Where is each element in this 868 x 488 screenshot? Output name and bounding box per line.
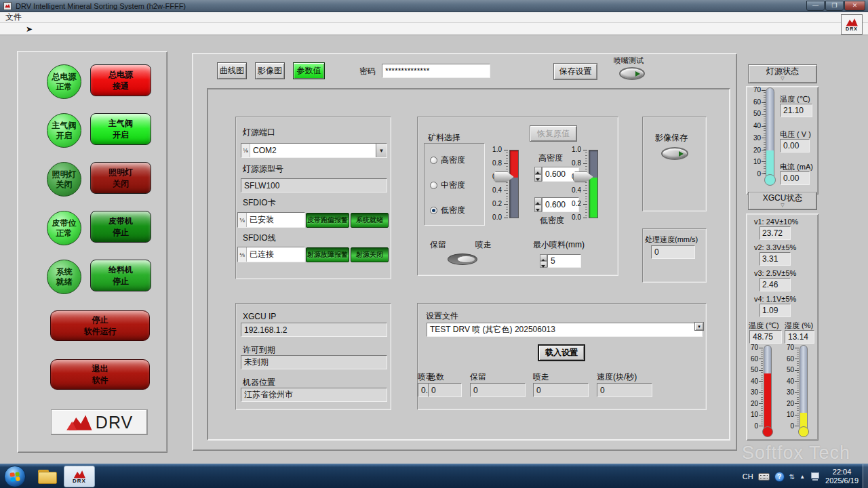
io-refnum-icon: ⅛ bbox=[238, 213, 247, 227]
light-thermometer bbox=[766, 87, 774, 177]
voltage-label: v2: 3.3V±5% bbox=[754, 243, 796, 251]
exit-software-button[interactable]: 退出 软件 bbox=[50, 359, 150, 390]
min-spray-spinner[interactable] bbox=[540, 254, 547, 268]
sfdio-line-label: SFDIO线 bbox=[243, 232, 276, 244]
tab-curve[interactable]: 曲线图 bbox=[217, 62, 247, 79]
high-density-spinner[interactable] bbox=[534, 167, 542, 182]
density-radio-group: 高密度 中密度 低密度 bbox=[424, 143, 485, 226]
high-density-label: 高密度 bbox=[538, 152, 563, 164]
menu-file[interactable]: 文件 bbox=[0, 12, 27, 23]
sfdio-card-field[interactable]: ⅛ 已安装 bbox=[237, 212, 305, 228]
network-box: XGCU IP 192.168.1.2 许可到期 未到期 机器位置 江苏省徐州市 bbox=[235, 303, 391, 410]
drv-logo-text: DRV bbox=[96, 413, 133, 432]
tick-label: 0 bbox=[782, 423, 794, 430]
radio-icon[interactable] bbox=[430, 207, 437, 214]
sfdio-line-field[interactable]: ⅛ 已连接 bbox=[237, 247, 305, 262]
gas-valve-button[interactable]: 主气阀 开启 bbox=[90, 113, 151, 145]
tick-label: 70 bbox=[746, 344, 758, 351]
ip-field[interactable]: 192.168.1.2 bbox=[241, 323, 387, 337]
belt-button[interactable]: 皮带机 停止 bbox=[90, 211, 151, 243]
system-ready-button[interactable]: 系统就绪 bbox=[351, 213, 389, 228]
min-spray-input[interactable]: 5 bbox=[547, 254, 581, 268]
source-off-button[interactable]: 射源关闭 bbox=[351, 247, 389, 262]
voltage-value: 23.72 bbox=[760, 226, 791, 240]
image-save-toggle[interactable] bbox=[661, 147, 688, 160]
system-tray: CH ? ⇅ ▲ 22:04 2025/6/19 bbox=[743, 464, 859, 488]
save-settings-button[interactable]: 保存设置 bbox=[553, 63, 597, 80]
low-density-spinner[interactable] bbox=[534, 197, 542, 212]
stat-value: 0 bbox=[428, 383, 462, 397]
explorer-taskbar-button[interactable] bbox=[35, 466, 60, 487]
stat-label: 保留 bbox=[470, 371, 486, 383]
radio-low-density[interactable]: 低密度 bbox=[430, 205, 465, 216]
start-button[interactable] bbox=[4, 466, 26, 487]
settings-file-label: 设置文件 bbox=[426, 310, 458, 322]
radio-high-density[interactable]: 高密度 bbox=[430, 155, 465, 166]
xgcu-status-header[interactable]: XGCU状态 ▽ bbox=[748, 192, 817, 210]
stop-software-button[interactable]: 停止 软件运行 bbox=[50, 310, 150, 341]
radio-icon[interactable] bbox=[430, 182, 437, 189]
nozzle-test-toggle[interactable] bbox=[619, 67, 645, 80]
voltage-item: v1: 24V±10% 23.72 bbox=[746, 218, 818, 241]
tab-image[interactable]: 影像图 bbox=[255, 62, 285, 79]
clock[interactable]: 22:04 2025/6/19 bbox=[825, 468, 859, 485]
tick-label: 20 bbox=[782, 401, 794, 407]
tick-label: 0.8 bbox=[566, 160, 581, 167]
io-refnum-icon: ⅛ bbox=[241, 144, 250, 157]
tick-label: 60 bbox=[747, 99, 761, 106]
drv-app-taskbar-button[interactable]: DRX bbox=[64, 466, 95, 487]
port-combo[interactable]: ⅛ COM2 ▼ bbox=[241, 143, 387, 158]
chevron-down-icon[interactable]: ▼ bbox=[376, 144, 387, 157]
settings-file-input[interactable]: TEST DRV 喷 (其它色) 202506013 bbox=[427, 323, 703, 337]
tick-label: 30 bbox=[782, 389, 794, 396]
tick-label: 50 bbox=[782, 367, 794, 373]
feeder-button[interactable]: 给料机 停止 bbox=[90, 260, 151, 291]
stat-label: 总数 bbox=[428, 371, 444, 383]
sync-tray-icon[interactable]: ⇅ bbox=[789, 473, 795, 481]
xgcu-temp-fill bbox=[764, 373, 771, 428]
show-desktop-button[interactable] bbox=[863, 464, 868, 488]
high-density-slider[interactable] bbox=[509, 150, 519, 218]
minimize-button[interactable]: — bbox=[806, 1, 825, 11]
close-button[interactable]: ✕ bbox=[844, 1, 865, 11]
tray-expand-icon[interactable]: ▲ bbox=[800, 474, 805, 480]
windows-logo-icon bbox=[9, 472, 20, 481]
keep-eject-toggle[interactable] bbox=[448, 253, 477, 265]
belt-deviation-alarm-button[interactable]: 皮带跑偏报警 bbox=[306, 213, 349, 228]
led-system-ready: 系统 就绪 bbox=[47, 260, 81, 294]
model-field[interactable]: SFLW100 bbox=[241, 178, 387, 192]
network-icon[interactable] bbox=[810, 472, 821, 481]
tick-label: 60 bbox=[782, 356, 794, 363]
keyboard-icon[interactable] bbox=[758, 473, 770, 481]
run-icon[interactable]: ➤ bbox=[26, 24, 33, 34]
light-status-header[interactable]: 灯源状态 ▽ bbox=[748, 64, 817, 83]
stats-row: 喷率 0.00% 总数 0 保留 0 bbox=[418, 371, 707, 404]
tick-label: 0.8 bbox=[487, 160, 502, 167]
main-power-button[interactable]: 总电源 接通 bbox=[90, 64, 151, 96]
tick-label: 0 bbox=[746, 423, 758, 430]
load-settings-button[interactable]: 载入设置 bbox=[538, 344, 585, 361]
source-fault-alarm-button[interactable]: 射源故障报警 bbox=[306, 247, 349, 262]
lighting-button[interactable]: 照明灯 关闭 bbox=[90, 162, 151, 194]
radio-icon[interactable] bbox=[430, 157, 437, 164]
language-indicator[interactable]: CH bbox=[743, 472, 753, 481]
restore-default-button[interactable]: 恢复原值 bbox=[530, 125, 577, 142]
xgcu-hum-bulb bbox=[798, 426, 809, 437]
light-thermometer-bulb bbox=[764, 174, 776, 186]
radio-mid-density[interactable]: 中密度 bbox=[430, 180, 465, 191]
xgcu-voltage-list: v1: 24V±10% 23.72 v2: 3.3V±5% 3.31 v3: 2… bbox=[746, 218, 818, 318]
location-field: 江苏省徐州市 bbox=[241, 388, 387, 402]
tab-parameters[interactable]: 参数值 bbox=[293, 62, 325, 79]
low-density-slider[interactable] bbox=[589, 150, 598, 218]
tick-label: 40 bbox=[746, 378, 758, 385]
voltage-value: 1.09 bbox=[760, 304, 791, 317]
voltage-label: v1: 24V±10% bbox=[754, 218, 798, 226]
radio-label: 低密度 bbox=[441, 205, 465, 216]
help-tray-icon[interactable]: ? bbox=[774, 472, 785, 482]
restore-button[interactable]: ❐ bbox=[825, 1, 844, 11]
password-input[interactable]: ************** bbox=[382, 64, 490, 78]
settings-file-dropdown[interactable]: ▾ bbox=[694, 322, 704, 331]
stat-label: 喷走 bbox=[533, 371, 549, 383]
voltage-label: v3: 2.5V±5% bbox=[754, 269, 796, 277]
tick-label: 10 bbox=[782, 411, 794, 418]
